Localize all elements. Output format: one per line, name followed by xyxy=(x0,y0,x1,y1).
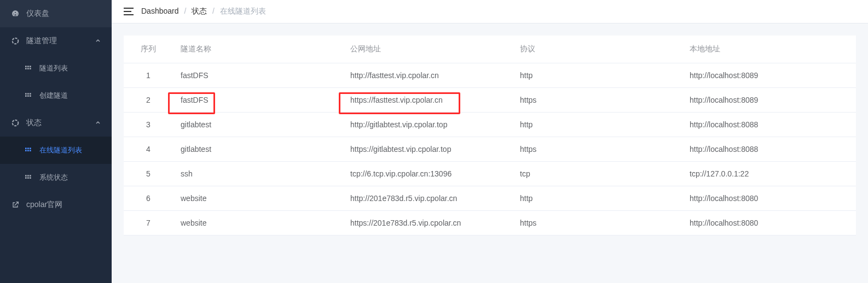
cell-index: 1 xyxy=(124,63,173,88)
cell-public: https://gitlabtest.vip.cpolar.top xyxy=(343,137,512,162)
svg-rect-27 xyxy=(124,11,131,12)
breadcrumb-mid[interactable]: 状态 xyxy=(192,7,207,15)
cell-local: http://localhost:8088 xyxy=(682,113,856,137)
cell-index: 3 xyxy=(124,113,173,137)
cell-public: tcp://6.tcp.vip.cpolar.cn:13096 xyxy=(343,162,512,186)
svg-rect-23 xyxy=(25,177,27,179)
grid-icon xyxy=(24,91,33,100)
breadcrumb-sep: / xyxy=(184,7,186,15)
svg-rect-28 xyxy=(124,14,134,15)
svg-rect-19 xyxy=(30,150,31,151)
cell-name: fastDFS xyxy=(173,88,343,113)
nav-item-cpolar-site[interactable]: cpolar官网 xyxy=(0,191,112,219)
nav-item-create-tunnel[interactable]: 创建隧道 xyxy=(0,82,112,109)
cell-local: http://localhost:8080 xyxy=(682,186,856,211)
tunnel-table: 序列 隧道名称 公网地址 协议 本地地址 1fastDFShttp://fast… xyxy=(124,36,856,235)
nav-item-online-tunnels[interactable]: 在线隧道列表 xyxy=(0,137,112,164)
cell-local: http://localhost:8088 xyxy=(682,137,856,162)
table-row[interactable]: 2fastDFShttps://fasttest.vip.cpolar.cnht… xyxy=(124,88,856,113)
cell-index: 5 xyxy=(124,162,173,186)
hamburger-icon[interactable] xyxy=(124,8,134,15)
nav-label: 隧道管理 xyxy=(26,36,57,46)
nav-item-tunnel-list[interactable]: 隧道列表 xyxy=(0,55,112,82)
cell-protocol: tcp xyxy=(512,162,682,186)
svg-rect-17 xyxy=(25,150,27,151)
svg-rect-14 xyxy=(25,148,27,149)
nav-item-system-status[interactable]: 系统状态 xyxy=(0,164,112,191)
cell-name: website xyxy=(173,186,343,211)
sidebar: 仪表盘 隧道管理 隧道列表 创建隧道 状态 在线隧道列表 系统状态 cpolar… xyxy=(0,0,112,283)
cell-protocol: https xyxy=(512,137,682,162)
svg-rect-24 xyxy=(27,177,29,179)
nav-label: 系统状态 xyxy=(39,173,68,182)
cell-index: 4 xyxy=(124,137,173,162)
svg-rect-18 xyxy=(27,150,29,151)
grid-icon xyxy=(24,173,33,182)
content-region: 序列 隧道名称 公网地址 协议 本地地址 1fastDFShttp://fast… xyxy=(112,23,868,283)
table-row[interactable]: 7websitehttps://201e783d.r5.vip.cpolar.c… xyxy=(124,211,856,235)
cell-public: http://gitlabtest.vip.cpolar.top xyxy=(343,113,512,137)
cell-index: 7 xyxy=(124,211,173,235)
svg-rect-15 xyxy=(27,148,29,149)
grid-icon xyxy=(24,146,33,155)
cell-protocol: https xyxy=(512,88,682,113)
cell-protocol: http xyxy=(512,63,682,88)
cell-public: http://fasttest.vip.cpolar.cn xyxy=(343,63,512,88)
th-index[interactable]: 序列 xyxy=(124,36,173,63)
cell-protocol: http xyxy=(512,113,682,137)
th-name[interactable]: 隧道名称 xyxy=(173,36,343,63)
svg-rect-22 xyxy=(30,175,31,176)
cell-name: ssh xyxy=(173,162,343,186)
external-icon xyxy=(11,201,20,209)
breadcrumb-current: 在线隧道列表 xyxy=(220,7,266,15)
breadcrumb-root[interactable]: Dashboard xyxy=(141,7,179,15)
th-public[interactable]: 公网地址 xyxy=(343,36,512,63)
svg-rect-6 xyxy=(30,68,31,69)
svg-rect-7 xyxy=(25,93,27,95)
nav-item-dashboard[interactable]: 仪表盘 xyxy=(0,0,112,27)
nav-item-status[interactable]: 状态 xyxy=(0,109,112,137)
main-region: Dashboard / 状态 / 在线隧道列表 序列 隧道名称 公网地址 协议 … xyxy=(112,0,868,283)
nav-label: 状态 xyxy=(26,118,42,128)
svg-rect-8 xyxy=(27,93,29,95)
grid-icon xyxy=(24,64,33,73)
table-row[interactable]: 3gitlabtesthttp://gitlabtest.vip.cpolar.… xyxy=(124,113,856,137)
gauge-icon xyxy=(11,9,20,18)
svg-rect-1 xyxy=(25,66,27,67)
svg-rect-9 xyxy=(30,93,31,95)
cell-local: http://localhost:8080 xyxy=(682,211,856,235)
table-row[interactable]: 4gitlabtesthttps://gitlabtest.vip.cpolar… xyxy=(124,137,856,162)
cell-index: 2 xyxy=(124,88,173,113)
svg-rect-16 xyxy=(30,148,31,149)
cell-local: http://localhost:8089 xyxy=(682,88,856,113)
table-row[interactable]: 6websitehttp://201e783d.r5.vip.cpolar.cn… xyxy=(124,186,856,211)
svg-rect-10 xyxy=(25,95,27,97)
svg-point-0 xyxy=(13,38,19,44)
circle-icon xyxy=(11,37,20,45)
table-row[interactable]: 1fastDFShttp://fasttest.vip.cpolar.cnhtt… xyxy=(124,63,856,88)
nav-label: 创建隧道 xyxy=(39,91,68,101)
cell-public: https://201e783d.r5.vip.cpolar.cn xyxy=(343,211,512,235)
svg-point-13 xyxy=(13,120,19,126)
svg-rect-26 xyxy=(124,8,134,9)
cell-local: http://localhost:8089 xyxy=(682,63,856,88)
nav-item-tunnel-manage[interactable]: 隧道管理 xyxy=(0,27,112,55)
chevron-up-icon xyxy=(95,38,101,44)
circle-icon xyxy=(11,119,20,127)
nav-label: 隧道列表 xyxy=(39,63,68,73)
cell-name: gitlabtest xyxy=(173,113,343,137)
th-protocol[interactable]: 协议 xyxy=(512,36,682,63)
cell-name: website xyxy=(173,211,343,235)
th-local[interactable]: 本地地址 xyxy=(682,36,856,63)
nav-label: 在线隧道列表 xyxy=(39,145,82,155)
table-row[interactable]: 5sshtcp://6.tcp.vip.cpolar.cn:13096tcptc… xyxy=(124,162,856,186)
cell-public: https://fasttest.vip.cpolar.cn xyxy=(343,88,512,113)
svg-rect-2 xyxy=(27,66,29,67)
svg-rect-5 xyxy=(27,68,29,69)
breadcrumb-sep: / xyxy=(212,7,215,15)
nav-label: 仪表盘 xyxy=(26,9,49,19)
svg-rect-21 xyxy=(27,175,29,176)
cell-name: fastDFS xyxy=(173,63,343,88)
cell-protocol: https xyxy=(512,211,682,235)
chevron-up-icon xyxy=(95,120,101,126)
